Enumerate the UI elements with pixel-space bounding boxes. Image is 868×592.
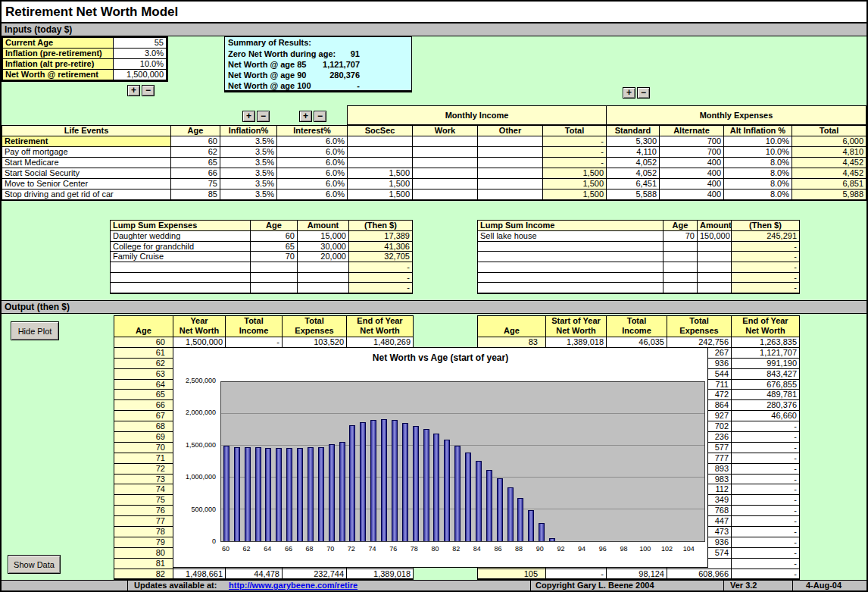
life-event-cell[interactable]: 400 bbox=[660, 158, 724, 168]
life-event-cell[interactable]: 10.0% bbox=[724, 136, 792, 147]
life-event-cell[interactable]: 85 bbox=[171, 190, 220, 200]
life-event-cell[interactable] bbox=[413, 179, 478, 190]
remove-row-button[interactable]: − bbox=[637, 87, 650, 99]
life-event-cell[interactable] bbox=[478, 190, 543, 200]
lump-cell[interactable] bbox=[251, 283, 298, 293]
lump-cell[interactable] bbox=[111, 273, 251, 283]
lump-cell[interactable] bbox=[663, 252, 698, 262]
life-event-cell[interactable]: 6.0% bbox=[277, 136, 348, 147]
lump-cell[interactable]: 30,000 bbox=[298, 242, 349, 252]
remove-row-button[interactable]: − bbox=[314, 111, 326, 122]
life-event-cell[interactable] bbox=[413, 158, 478, 168]
remove-row-button[interactable]: − bbox=[142, 85, 155, 96]
input-value-cell[interactable]: 3.0% bbox=[114, 49, 167, 59]
lump-cell[interactable] bbox=[478, 262, 663, 273]
life-event-cell[interactable]: 3.5% bbox=[220, 190, 277, 200]
add-row-button[interactable]: + bbox=[623, 87, 635, 99]
life-event-cell[interactable]: 4,052 bbox=[607, 158, 660, 168]
life-event-cell[interactable]: 6.0% bbox=[277, 179, 348, 190]
lump-cell[interactable] bbox=[663, 283, 698, 293]
life-event-cell[interactable]: 10.0% bbox=[724, 147, 792, 158]
life-event-cell[interactable]: 5,300 bbox=[607, 136, 660, 147]
life-event-cell[interactable]: 66 bbox=[171, 168, 220, 179]
life-event-cell[interactable]: 700 bbox=[660, 147, 724, 158]
life-event-cell[interactable] bbox=[413, 147, 478, 158]
life-event-cell[interactable]: 8.0% bbox=[724, 190, 792, 200]
lump-cell[interactable] bbox=[698, 283, 732, 293]
lump-cell[interactable]: College for grandchild bbox=[111, 242, 251, 252]
life-event-cell[interactable]: 8.0% bbox=[724, 158, 792, 168]
life-event-cell[interactable] bbox=[348, 158, 413, 168]
life-event-cell[interactable]: 3.5% bbox=[220, 179, 277, 190]
life-event-cell[interactable]: 6.0% bbox=[277, 168, 348, 179]
lump-cell[interactable] bbox=[298, 262, 349, 273]
lump-cell[interactable]: Daughter wedding bbox=[111, 231, 251, 242]
lump-cell[interactable]: 60 bbox=[251, 231, 298, 242]
life-event-cell[interactable]: 8.0% bbox=[724, 168, 792, 179]
life-event-cell[interactable] bbox=[348, 136, 413, 147]
life-event-cell[interactable]: Stop driving and get rid of car bbox=[2, 190, 171, 200]
hide-plot-button[interactable]: Hide Plot bbox=[11, 321, 59, 340]
lump-cell[interactable] bbox=[251, 262, 298, 273]
input-value-cell[interactable]: 10.0% bbox=[114, 59, 167, 70]
lump-cell[interactable] bbox=[663, 262, 698, 273]
lump-cell[interactable] bbox=[251, 273, 298, 283]
lump-cell[interactable] bbox=[111, 262, 251, 273]
life-event-cell[interactable] bbox=[478, 147, 543, 158]
life-event-cell[interactable]: 400 bbox=[660, 190, 724, 200]
remove-row-button[interactable]: − bbox=[257, 111, 270, 122]
lump-cell[interactable]: Family Cruise bbox=[111, 252, 251, 262]
life-event-cell[interactable] bbox=[478, 168, 543, 179]
life-event-cell[interactable]: 60 bbox=[171, 136, 220, 147]
life-event-cell[interactable]: 3.5% bbox=[220, 147, 277, 158]
lump-cell[interactable]: Sell lake house bbox=[478, 231, 663, 242]
lump-cell[interactable] bbox=[698, 262, 732, 273]
life-event-cell[interactable]: 65 bbox=[171, 158, 220, 168]
life-event-cell[interactable]: Retirement bbox=[2, 136, 171, 147]
add-row-button[interactable]: + bbox=[299, 111, 312, 122]
add-row-button[interactable]: + bbox=[242, 111, 255, 122]
lump-cell[interactable]: 150,000 bbox=[698, 231, 732, 242]
life-event-cell[interactable]: 3.5% bbox=[220, 136, 277, 147]
life-event-cell[interactable]: 6.0% bbox=[277, 190, 348, 200]
life-event-cell[interactable] bbox=[478, 179, 543, 190]
lump-cell[interactable] bbox=[478, 283, 663, 293]
life-event-cell[interactable] bbox=[413, 168, 478, 179]
lump-cell[interactable]: 65 bbox=[251, 242, 298, 252]
add-row-button[interactable]: + bbox=[127, 85, 140, 96]
lump-cell[interactable] bbox=[698, 242, 732, 252]
life-event-cell[interactable]: 700 bbox=[660, 136, 724, 147]
life-event-cell[interactable]: 1,500 bbox=[348, 179, 413, 190]
life-event-cell[interactable]: 3.5% bbox=[220, 168, 277, 179]
life-event-cell[interactable]: 6.0% bbox=[277, 158, 348, 168]
lump-cell[interactable]: 15,000 bbox=[298, 231, 349, 242]
lump-cell[interactable] bbox=[298, 273, 349, 283]
life-event-cell[interactable] bbox=[413, 190, 478, 200]
lump-cell[interactable] bbox=[478, 252, 663, 262]
lump-cell[interactable]: 70 bbox=[663, 231, 698, 242]
show-data-button[interactable]: Show Data bbox=[8, 555, 61, 574]
life-event-cell[interactable]: Pay off mortgage bbox=[2, 147, 171, 158]
life-event-cell[interactable]: 75 bbox=[171, 179, 220, 190]
life-event-cell[interactable] bbox=[478, 158, 543, 168]
lump-cell[interactable]: 20,000 bbox=[298, 252, 349, 262]
updates-link[interactable]: http://www.garybeene.com/retire bbox=[229, 581, 358, 590]
life-event-cell[interactable] bbox=[478, 136, 543, 147]
life-event-cell[interactable]: 1,500 bbox=[348, 168, 413, 179]
life-event-cell[interactable]: Move to Senior Center bbox=[2, 179, 171, 190]
life-event-cell[interactable]: 6,451 bbox=[607, 179, 660, 190]
lump-cell[interactable] bbox=[478, 242, 663, 252]
lump-cell[interactable] bbox=[698, 252, 732, 262]
life-event-cell[interactable]: 3.5% bbox=[220, 158, 277, 168]
life-event-cell[interactable]: 5,588 bbox=[607, 190, 660, 200]
lump-cell[interactable] bbox=[698, 273, 732, 283]
lump-cell[interactable]: 70 bbox=[251, 252, 298, 262]
input-value-cell[interactable]: 55 bbox=[114, 38, 167, 49]
life-event-cell[interactable]: 400 bbox=[660, 179, 724, 190]
life-event-cell[interactable] bbox=[348, 147, 413, 158]
life-event-cell[interactable]: Start Medicare bbox=[2, 158, 171, 168]
life-event-cell[interactable] bbox=[413, 136, 478, 147]
life-event-cell[interactable]: 4,110 bbox=[607, 147, 660, 158]
life-event-cell[interactable]: 62 bbox=[171, 147, 220, 158]
lump-cell[interactable] bbox=[663, 273, 698, 283]
